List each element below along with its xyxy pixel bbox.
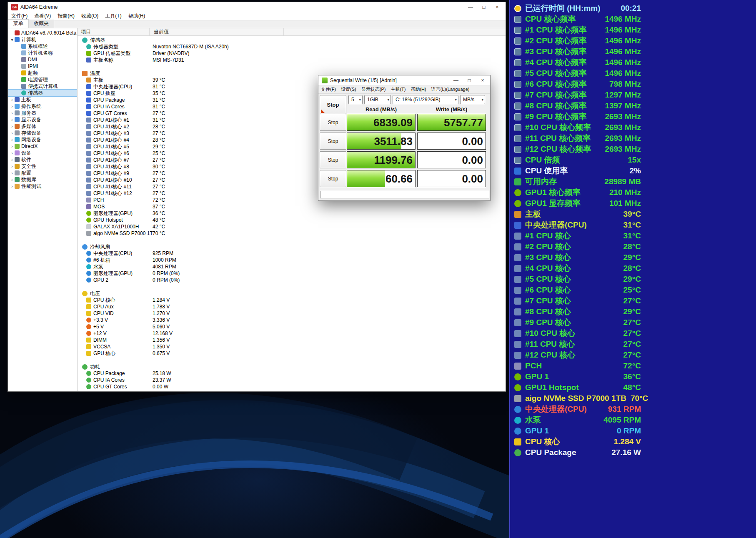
tree-item[interactable]: ›存储设备 [8,130,77,136]
unit-select[interactable]: MB/s▾ [460,95,485,104]
list-row[interactable]: 图形处理器(GPU)0 RPM (0%) [78,270,506,277]
list-row[interactable]: CPU Aux1.788 V [78,303,506,310]
tree-item[interactable]: ›操作系统 [8,103,77,110]
list-row[interactable]: CPU 核心1.284 V [78,297,506,303]
list-row[interactable]: #6 机箱1000 RPM [78,257,506,263]
tree-item[interactable]: ›软件 [8,156,77,163]
menu-item[interactable]: 收藏(O) [78,13,102,20]
nav-tab[interactable]: 菜单 [8,19,29,28]
panel-row: #10 CPU 核心27°C [514,328,641,339]
dialog-maximize-button[interactable]: □ [463,76,476,85]
row-value: 27 °C [153,177,165,183]
minimize-button[interactable]: — [464,3,477,12]
menu-item[interactable]: 查看(V) [31,13,54,20]
menu-item[interactable]: 设置(S) [338,86,359,93]
row-value: 1.788 V [153,304,170,310]
close-button[interactable]: × [491,3,504,12]
row-value: 27 °C [153,130,165,136]
tree-item[interactable]: ›性能测试 [8,183,77,190]
list-row[interactable]: CPU Package25.18 W [78,370,506,377]
menu-item[interactable]: 工具(T) [102,13,125,20]
list-row[interactable]: 中央处理器(CPU)925 RPM [78,250,506,257]
benchmark-row: Stop6839.095757.77 [318,114,490,131]
list-row[interactable]: GPU 20 RPM (0%) [78,277,506,283]
list-row[interactable]: aigo NVMe SSD P7000 1TB70 °C [78,230,506,237]
stop-button[interactable]: Stop [320,170,346,187]
loop-count-select[interactable]: 5▾ [348,95,363,104]
tree-item[interactable]: ▾计算机 [8,36,77,43]
list-row[interactable]: +12 V12.168 V [78,330,506,337]
benchmark-row: Stop60.660.00 [318,170,490,187]
ssd-icon [514,395,521,402]
list-row[interactable]: VCCSA1.350 V [78,343,506,350]
block-size-select[interactable]: 1GiB▾ [364,95,391,104]
menu-item[interactable]: 文件(F) [8,13,31,20]
column-header-item[interactable]: 项目 [78,28,150,35]
list-row[interactable]: MOS37 °C [78,203,506,210]
row-value: 5.060 V [153,324,170,330]
menu-item[interactable]: 报告(R) [54,13,78,20]
list-row[interactable]: 主板名称MSI MS-7D31 [78,57,506,63]
list-row[interactable]: CPU IA Cores23.37 W [78,377,506,383]
stop-all-button[interactable]: Stop [320,95,346,114]
list-row[interactable]: GPU Hotspot48 °C [78,217,506,223]
dialog-minimize-button[interactable]: — [449,76,463,85]
tree-item[interactable]: IPMI [8,63,77,70]
menu-item[interactable]: 显示状态(P) [359,86,388,93]
cpu-freq-icon [514,27,521,34]
tree-item[interactable]: ›DirectX [8,143,77,150]
tree-item[interactable]: 电源管理 [8,76,77,83]
tree-item[interactable]: ›配置 [8,170,77,176]
list-row[interactable]: GPU 传感器类型Driver (NV-DRV) [78,50,506,57]
panel-value: 15x [623,155,641,165]
status-field[interactable] [320,191,489,198]
tree-item[interactable]: 超频 [8,70,77,76]
tree-item[interactable]: ›服务器 [8,110,77,116]
tree-item[interactable]: 传感器 [8,90,77,96]
menu-item[interactable]: 主题(T) [388,86,408,93]
stop-button[interactable]: Stop [320,133,346,150]
list-row[interactable]: +5 V5.060 V [78,323,506,330]
tree-item[interactable]: AIDA64 v6.70.6014 Beta [8,30,77,36]
list-row[interactable]: CPU GT Cores0.00 W [78,383,506,390]
tree-item[interactable]: ›数据库 [8,176,77,183]
dialog-close-button[interactable]: × [476,76,489,85]
column-header-value[interactable]: 当前值 [150,28,284,35]
row-label: GPU Hotspot [93,217,153,223]
list-row[interactable]: 水泵4081 RPM [78,263,506,270]
dialog-titlebar: Sequential Write (1/5) [Admin] — □ × [318,75,490,85]
tree-item[interactable]: 计算机名称 [8,50,77,56]
tree-item[interactable]: ›设备 [8,150,77,156]
list-row[interactable]: 传感器类型Nuvoton NCT6687D-M (ISA A20h) [78,43,506,50]
menu-item[interactable]: 帮助(H) [125,13,149,20]
tree-item-label: DirectX [21,143,38,149]
target-drive-select[interactable]: C: 18% (51/292GiB)▾ [393,95,458,104]
tree-item[interactable]: 系统概述 [8,43,77,50]
menu-item[interactable]: 帮助(H) [408,86,428,93]
stop-button[interactable]: Stop [320,151,346,168]
tree-item[interactable]: 便携式计算机 [8,83,77,90]
list-row[interactable]: CPU VID1.270 V [78,310,506,317]
tree-item[interactable]: ›网络设备 [8,136,77,143]
tree-item[interactable]: ›安全性 [8,163,77,170]
list-row[interactable]: DIMM1.356 V [78,337,506,343]
list-row[interactable]: +3.3 V3.336 V [78,317,506,323]
list-row[interactable]: GPU 核心0.675 V [78,350,506,357]
nav-tab[interactable]: 收藏夹 [29,20,54,28]
server-icon [15,110,20,115]
maximize-button[interactable]: □ [477,3,491,12]
tree-chevron-icon: › [10,111,15,115]
tree-item[interactable]: ›主板 [8,96,77,103]
tree-item[interactable]: ›显示设备 [8,116,77,123]
cpu-freq-icon [514,70,521,77]
core-temp-icon [86,118,91,123]
menu-item[interactable]: 文件(F) [318,86,338,93]
tree-item[interactable]: DMI [8,56,77,63]
write-value: 0.00 [462,172,483,185]
list-row[interactable]: 图形处理器(GPU)36 °C [78,210,506,217]
list-row[interactable]: GALAX XA1P1000H42 °C [78,223,506,230]
tree-item[interactable]: ›多媒体 [8,123,77,130]
menu-item[interactable]: 语言(L)(Language) [429,86,472,93]
stop-button[interactable]: Stop [320,114,346,131]
panel-row: #3 CPU 核心29°C [514,252,641,263]
